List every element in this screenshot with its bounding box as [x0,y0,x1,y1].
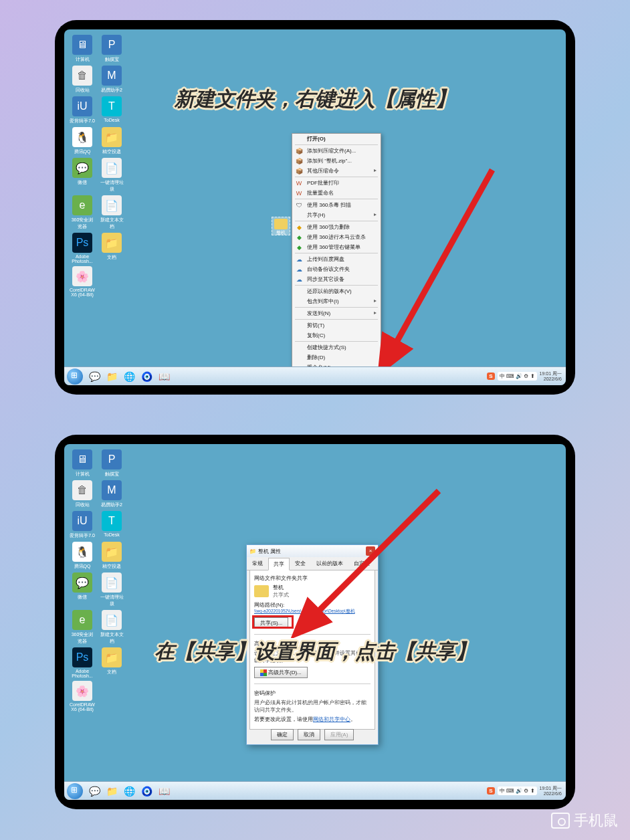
context-menu-item[interactable]: 复制(C) [292,330,381,340]
dialog-tab[interactable]: 自定义 [348,557,375,570]
selected-folder[interactable]: 整机 [272,217,290,235]
network-path-value[interactable]: \\wg-a202201052\Users\Administrator\Desk… [254,609,371,615]
context-menu-item[interactable]: 包含到库中(I)▸ [292,296,381,306]
desktop-icon[interactable]: iU爱剪辑手7.0 [70,96,95,124]
icon-label: 360安全浏览器 [70,217,95,230]
context-menu-item[interactable]: ☁上传到百度网盘 [292,254,381,264]
close-button[interactable]: × [366,546,375,556]
context-menu-item[interactable]: 还原以前的版本(V) [292,286,381,296]
desktop-icon[interactable]: 📁精空投递 [99,542,124,570]
desktop-icon[interactable]: e360安全浏览器 [70,610,95,645]
menu-separator [295,177,378,177]
taskbar-pinned-app[interactable]: 📁 [104,784,119,799]
desktop-icon[interactable]: 🖥计算机 [70,449,95,478]
icon-label: 一键清理垃圾 [99,594,124,607]
taskbar-pinned-app[interactable]: 📖 [156,369,171,384]
dialog-tab[interactable]: 共享 [268,558,290,570]
ok-button[interactable]: 确定 [271,729,294,740]
start-button[interactable] [67,369,83,385]
desktop-icon[interactable]: 📄新建文本文档 [99,610,124,645]
desktop-screen-1: 🖥计算机P触摸宝🗑回收站M易撰助手2iU爱剪辑手7.0TToDesk🐧腾讯QQ📁… [64,29,566,385]
desktop-icon[interactable]: 📄新建文本文档 [99,195,124,230]
context-menu-item[interactable]: 📦其他压缩命令▸ [292,166,381,176]
clock-date: 2022/6/6 [540,377,562,382]
context-menu-item[interactable]: 共享(H)▸ [292,210,381,220]
desktop-icon[interactable]: 💬微信 [70,572,95,607]
dialog-tabs: 常规共享安全以前的版本自定义 [247,557,378,570]
ime-status[interactable]: 中 ⌨ 🔊 ⚙ ⬆ [498,372,537,381]
context-menu-item[interactable]: 删除(D) [292,352,381,362]
context-menu-item[interactable]: 剪切(T) [292,320,381,330]
taskbar-pinned-app[interactable]: 🧿 [139,369,154,384]
taskbar-pinned-app[interactable]: 🌐 [122,784,136,799]
app-icon: T [102,96,122,116]
desktop-icon[interactable]: 🐧腾讯QQ [70,542,95,570]
desktop-icon[interactable]: 💬微信 [70,158,95,193]
taskbar-clock-2[interactable]: 19:01 周一 2022/6/6 [540,786,562,796]
desktop-icon[interactable]: M易撰助手2 [99,480,124,508]
dialog-tab[interactable]: 以前的版本 [311,557,348,570]
dialog-tab[interactable]: 常规 [247,557,268,570]
dialog-tab[interactable]: 安全 [290,557,311,570]
context-menu-item[interactable]: ◆使用 360进行木马云查杀 [292,232,381,242]
desktop-icon[interactable]: 🗑回收站 [70,66,95,94]
start-button-2[interactable] [67,783,83,799]
app-icon: 📁 [102,233,122,253]
context-menu-item[interactable]: ☁自动备份该文件夹 [292,264,381,274]
menu-item-icon: 📦 [294,146,304,156]
context-menu-item[interactable]: 创建快捷方式(S) [292,342,381,352]
apply-button[interactable]: 应用(A) [324,729,354,740]
desktop-icon[interactable]: 📄一键清理垃圾 [99,158,124,193]
desktop-icon[interactable]: 📁精空投递 [99,127,124,155]
context-menu-item[interactable]: ◆使用 360管理右键菜单 [292,242,381,252]
icon-label: 腾讯QQ [70,563,95,570]
desktop-icon[interactable]: iU爱剪辑手7.0 [70,511,95,539]
network-center-link[interactable]: 网络和共享中心 [313,716,350,722]
taskbar-pinned-app[interactable]: 🧿 [139,784,154,799]
desktop-icon[interactable]: PsAdobe Photosh... [70,647,95,678]
context-menu-item[interactable]: 📦添加到 "整机.zip"... [292,156,381,166]
taskbar-pinned-app[interactable]: 💬 [87,784,102,799]
desktop-icon[interactable]: 📁文档 [99,233,124,264]
menu-item-label: 还原以前的版本(V) [307,288,352,294]
taskbar-clock[interactable]: 19:01 周一 2022/6/6 [540,371,562,381]
desktop-icon[interactable]: P触摸宝 [99,449,124,478]
sogou-ime-icon-2[interactable]: S [487,787,494,795]
desktop-icon[interactable]: PsAdobe Photosh... [70,233,95,264]
taskbar-pinned-app[interactable]: 📁 [104,369,119,384]
sogou-ime-icon[interactable]: S [487,373,494,380]
context-menu-item[interactable]: W批量重命名 [292,188,381,198]
context-menu-item[interactable]: 打开(O) [292,134,381,144]
dialog-folder-icon: 📁 [249,548,256,554]
taskbar-pinned-app[interactable]: 📖 [156,784,171,799]
desktop-icon[interactable]: 📁文档 [99,647,124,678]
desktop-icon[interactable]: 📄一键清理垃圾 [99,572,124,607]
menu-item-label: 使用 360进行木马云查杀 [307,234,366,240]
taskbar-pinned-app[interactable]: 🌐 [122,369,136,384]
desktop-icon[interactable]: TToDesk [99,96,124,124]
desktop-icon[interactable]: 🗑回收站 [70,480,95,508]
app-icon: 🌸 [72,681,92,701]
context-menu-item[interactable]: 📦添加到压缩文件(A)... [292,146,381,156]
taskbar-pinned-app[interactable]: 💬 [87,369,102,384]
desktop-icon[interactable]: TToDesk [99,511,124,539]
desktop-icon[interactable]: M易撰助手2 [99,66,124,94]
desktop-icon[interactable]: 🖥计算机 [70,35,95,63]
menu-item-label: 添加到压缩文件(A)... [307,148,356,154]
context-menu-item[interactable]: WPDF批量打印 [292,178,381,188]
desktop-icon[interactable]: P触摸宝 [99,35,124,63]
desktop-icon[interactable] [99,681,124,712]
desktop-icon[interactable] [99,266,124,297]
cancel-button[interactable]: 取消 [298,729,320,740]
icon-label: CorelDRAW X6 (64-Bit) [70,702,95,712]
context-menu-item[interactable]: ☁同步至其它设备 [292,274,381,284]
ime-status-2[interactable]: 中 ⌨ 🔊 ⚙ ⬆ [498,786,537,795]
desktop-icon[interactable]: 🌸CorelDRAW X6 (64-Bit) [70,681,95,712]
context-menu-item[interactable]: 发送到(N)▸ [292,308,381,318]
context-menu-item[interactable]: ◆使用 360强力删除 [292,222,381,232]
desktop-icon[interactable]: 🌸CorelDRAW X6 (64-Bit) [70,266,95,297]
context-menu-item[interactable]: 🛡使用 360杀毒 扫描 [292,200,381,210]
desktop-icon[interactable]: e360安全浏览器 [70,195,95,230]
desktop-icon[interactable]: 🐧腾讯QQ [70,127,95,155]
advanced-share-button[interactable]: 高级共享(D)... [254,667,308,678]
